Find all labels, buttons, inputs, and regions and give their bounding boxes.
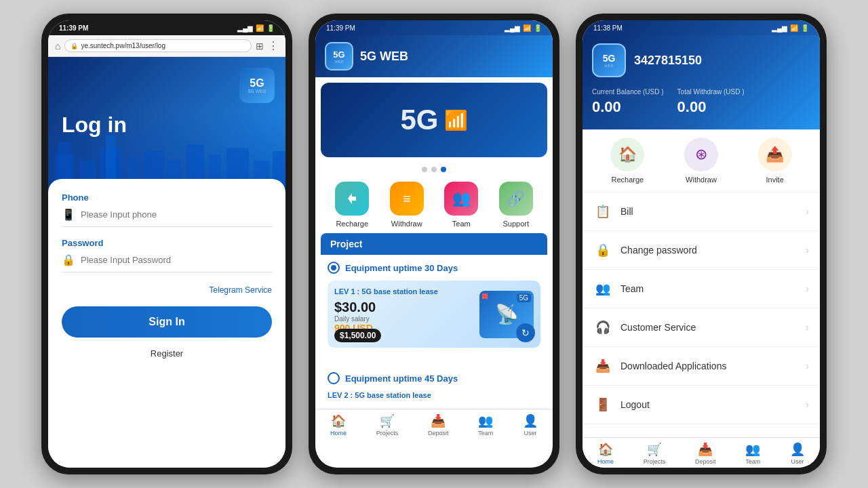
banner-wifi-icon: 📶 bbox=[444, 109, 468, 131]
quick-actions: Recharge ≡ Withdraw 👥 Team 🔗 Support bbox=[315, 176, 553, 233]
withdraw-label: Withdraw bbox=[391, 220, 422, 228]
status-bar-1: 11:39 PM ▂▄▆ 📶 🔋 bbox=[48, 20, 285, 35]
nav-deposit-icon-3: 📥 bbox=[698, 442, 713, 457]
home-logo: 5G WEB bbox=[325, 42, 353, 70]
status-icons-3: ▂▄▆ 📶 🔋 bbox=[772, 24, 809, 32]
menu-item-change-password[interactable]: 🔒 Change password › bbox=[583, 231, 820, 270]
home-logo-5g: 5G bbox=[333, 49, 344, 60]
battery-icon-2: 🔋 bbox=[534, 24, 542, 32]
dot-2 bbox=[431, 167, 437, 172]
password-label: Password bbox=[62, 238, 272, 248]
project-item-1[interactable]: LEV 1 : 5G base station lease $30.00 Dai… bbox=[328, 281, 540, 348]
login-hero: 5G 5G WEB Log in bbox=[48, 57, 285, 192]
menu-item-team[interactable]: 👥 Team › bbox=[583, 270, 820, 308]
radio-inner-1 bbox=[331, 265, 336, 270]
project-level-1: LEV 1 : 5G base station lease bbox=[334, 287, 473, 296]
phone-input[interactable] bbox=[81, 209, 272, 220]
menu-item-downloaded-apps[interactable]: 📥 Downloaded Applications › bbox=[583, 347, 820, 386]
logout-label: Logout bbox=[620, 399, 797, 410]
nav-home-icon-2: 🏠 bbox=[331, 413, 346, 428]
register-link-wrap: Register bbox=[62, 348, 272, 359]
nav-projects-label-2: Projects bbox=[376, 430, 399, 436]
nav-projects-icon-3: 🛒 bbox=[647, 442, 662, 457]
nav-user-2[interactable]: 👤 User bbox=[523, 413, 538, 436]
browser-menu-icon[interactable]: ⋮ bbox=[268, 39, 279, 52]
phone-input-wrap: 📱 bbox=[62, 208, 272, 227]
qa3-invite[interactable]: 📤 Invite bbox=[758, 138, 792, 184]
refresh-badge-1[interactable]: ↻ bbox=[516, 323, 535, 342]
withdraw-symbol: ≡ bbox=[403, 191, 411, 207]
lev2-title: LEV 2 : 5G base station lease bbox=[328, 391, 540, 399]
qa3-recharge-icon: 🏠 bbox=[610, 138, 644, 171]
time-1: 11:39 PM bbox=[59, 24, 88, 32]
nav-team-3[interactable]: 👥 Team bbox=[745, 442, 760, 465]
register-link[interactable]: Register bbox=[151, 348, 183, 359]
withdraw-icon: ≡ bbox=[390, 182, 424, 216]
nav-projects-3[interactable]: 🛒 Projects bbox=[644, 442, 666, 465]
logout-chevron: › bbox=[806, 399, 809, 410]
current-balance-label: Current Balance (USD ) bbox=[592, 88, 664, 96]
url-text: ye.suntech.pw/m13/user/log bbox=[81, 42, 165, 49]
total-withdraw: Total Withdraw (USD ) 0.00 bbox=[677, 88, 745, 116]
support-emoji: 🔗 bbox=[507, 190, 525, 207]
phone-icon: 📱 bbox=[62, 208, 75, 221]
phone-3-profile: 11:38 PM ▂▄▆ 📶 🔋 5G WEB 3427815150 Curre… bbox=[576, 14, 827, 474]
wifi-icon-3: 📶 bbox=[790, 24, 798, 32]
recharge-svg bbox=[342, 189, 361, 208]
action-recharge[interactable]: Recharge bbox=[335, 182, 369, 228]
customer-service-label: Customer Service bbox=[620, 322, 797, 333]
nav-deposit-2[interactable]: 📥 Deposit bbox=[428, 413, 449, 436]
lock-input-icon: 🔒 bbox=[62, 253, 75, 266]
nav-home-2[interactable]: 🏠 Home bbox=[330, 413, 347, 436]
telegram-link[interactable]: Telegram Service bbox=[209, 285, 272, 295]
menu-item-logout[interactable]: 🚪 Logout › bbox=[583, 386, 820, 424]
qa3-withdraw[interactable]: ⊛ Withdraw bbox=[684, 138, 718, 184]
url-bar[interactable]: 🔒 ye.suntech.pw/m13/user/log bbox=[64, 39, 252, 52]
menu-item-customer-service[interactable]: 🎧 Customer Service › bbox=[583, 308, 820, 347]
signin-button[interactable]: Sign In bbox=[62, 306, 272, 338]
team-icon: 👥 bbox=[444, 182, 478, 216]
nav-projects-2[interactable]: 🛒 Projects bbox=[376, 413, 399, 436]
qa3-invite-icon: 📤 bbox=[758, 138, 792, 171]
time-2: 11:39 PM bbox=[326, 24, 355, 32]
withdraw-label: Total Withdraw (USD ) bbox=[677, 88, 745, 96]
action-team[interactable]: 👥 Team bbox=[444, 182, 478, 228]
nav-user-icon-3: 👤 bbox=[790, 442, 805, 457]
nav-team-icon-2: 👥 bbox=[478, 413, 493, 428]
qa3-recharge-label: Recharge bbox=[611, 176, 644, 184]
withdraw-value: 0.00 bbox=[677, 98, 745, 116]
signal-icon-1: ▂▄▆ bbox=[237, 24, 253, 32]
qa3-withdraw-icon: ⊛ bbox=[684, 138, 718, 171]
bill-chevron: › bbox=[806, 206, 809, 217]
time-3: 11:38 PM bbox=[593, 24, 623, 32]
profile-user-id: 3427815150 bbox=[634, 54, 702, 68]
nav-team-2[interactable]: 👥 Team bbox=[478, 413, 493, 436]
browser-bar: ⌂ 🔒 ye.suntech.pw/m13/user/log ⊞ ⋮ bbox=[48, 35, 285, 57]
nav-projects-label-3: Projects bbox=[644, 458, 666, 465]
password-input[interactable] bbox=[81, 255, 272, 265]
nav-home-3[interactable]: 🏠 Home bbox=[597, 442, 614, 465]
red-dot-1 bbox=[482, 293, 488, 299]
qa3-recharge[interactable]: 🏠 Recharge bbox=[610, 138, 644, 184]
nav-user-3[interactable]: 👤 User bbox=[790, 442, 805, 465]
tab-icon[interactable]: ⊞ bbox=[256, 41, 264, 52]
nav-home-label-2: Home bbox=[330, 430, 347, 436]
phone-label: Phone bbox=[62, 192, 272, 203]
action-withdraw[interactable]: ≡ Withdraw bbox=[390, 182, 424, 228]
current-balance: Current Balance (USD ) 0.00 bbox=[592, 88, 664, 116]
logout-icon: 🚪 bbox=[593, 395, 612, 414]
bill-icon: 📋 bbox=[593, 202, 612, 221]
uptime-label-2: Equipment uptime 45 Days bbox=[328, 372, 540, 384]
action-support[interactable]: 🔗 Support bbox=[499, 182, 533, 228]
price-badge-1: $1,500.00 bbox=[334, 329, 381, 342]
wifi-icon-1: 📶 bbox=[256, 24, 264, 32]
radio-2 bbox=[328, 372, 340, 384]
nav-deposit-3[interactable]: 📥 Deposit bbox=[695, 442, 716, 465]
menu-item-bill[interactable]: 📋 Bill › bbox=[583, 192, 820, 231]
uptime-label-1: Equipment uptime 30 Days bbox=[328, 262, 540, 274]
profile-logo-5g: 5G bbox=[603, 53, 616, 64]
team-chevron: › bbox=[806, 283, 809, 294]
browser-home-icon[interactable]: ⌂ bbox=[55, 41, 60, 52]
project-card-1: Equipment uptime 30 Days LEV 1 : 5G base… bbox=[321, 255, 547, 360]
home-header-title: 5G WEB bbox=[360, 49, 408, 64]
